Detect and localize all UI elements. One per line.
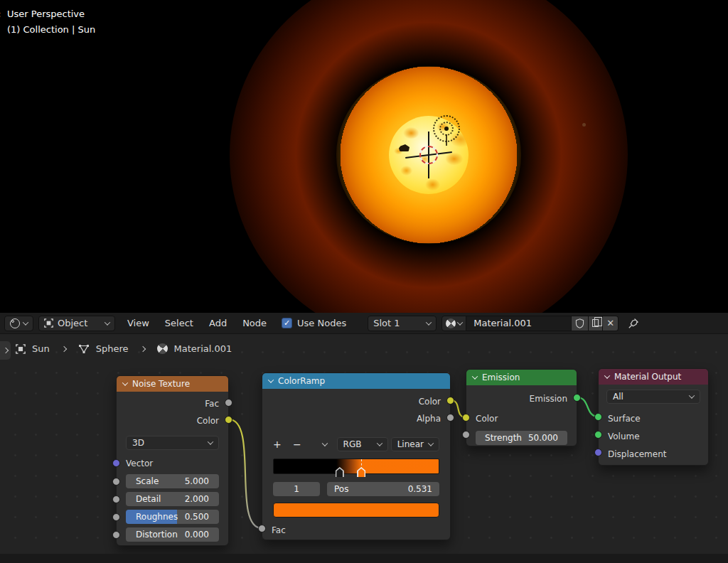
menu-node[interactable]: Node	[235, 318, 274, 328]
ramp-stop-color-swatch[interactable]	[273, 503, 439, 518]
socket-fac-output[interactable]	[225, 399, 232, 407]
pin-button[interactable]	[628, 318, 639, 329]
3d-viewport[interactable]: ‹ User Perspective (1) Collection | Sun	[0, 0, 728, 313]
mesh-data-icon	[78, 344, 90, 354]
menu-view[interactable]: View	[119, 318, 157, 328]
breadcrumb-object[interactable]: Sun	[32, 343, 50, 354]
node-header[interactable]: ColorRamp	[262, 373, 450, 389]
field-value: 0.500	[185, 512, 209, 522]
ramp-interpolation-dropdown[interactable]: Linear	[391, 437, 439, 451]
3d-cursor-red-ring	[419, 146, 438, 164]
collapse-chevron-icon[interactable]	[472, 373, 478, 379]
viewport-collapse-chevron[interactable]: ‹	[0, 9, 1, 20]
noise-roughness-field[interactable]: Roughnes 0.500	[126, 510, 219, 524]
target-value: All	[613, 392, 623, 402]
collapse-chevron-icon[interactable]	[122, 380, 128, 385]
node-emission[interactable]: Emission Emission Color Strength 50.000	[466, 369, 577, 446]
field-value: 50.000	[528, 433, 558, 443]
socket-color-input[interactable]	[462, 414, 470, 422]
input-label-displacement: Displacement	[599, 447, 708, 461]
blender-window: ‹ User Perspective (1) Collection | Sun …	[0, 0, 728, 563]
use-nodes-checkbox[interactable]: ✓	[282, 318, 292, 328]
socket-color-output[interactable]	[225, 416, 232, 424]
ramp-position-field[interactable]: Pos 0.531	[327, 482, 439, 496]
node-title: Material Output	[614, 372, 681, 382]
socket-detail-input[interactable]	[112, 495, 120, 503]
field-value: 5.000	[185, 476, 209, 486]
material-name-field[interactable]: Material.001	[466, 316, 572, 331]
socket-distortion-input[interactable]	[112, 531, 120, 539]
node-editor-canvas[interactable]: Sun Sphere Material.001 Noise Texture Fa…	[0, 334, 728, 563]
viewport-collection-label: (1) Collection | Sun	[7, 24, 95, 35]
node-header[interactable]: Noise Texture	[117, 376, 228, 392]
link-noise-to-ramp	[229, 419, 262, 528]
ramp-specials-dropdown[interactable]	[322, 440, 328, 446]
breadcrumb-mesh[interactable]: Sphere	[96, 343, 129, 354]
color-mode-value: RGB	[343, 439, 362, 449]
socket-surface-input[interactable]	[594, 413, 602, 421]
input-label-vector: Vector	[117, 456, 228, 471]
chevron-right-icon	[60, 345, 66, 351]
new-material-button[interactable]	[589, 316, 603, 331]
interpolation-value: Linear	[397, 439, 424, 449]
socket-volume-input[interactable]	[594, 431, 602, 439]
socket-displacement-input[interactable]	[594, 449, 602, 456]
socket-roughness-input[interactable]	[112, 513, 120, 521]
node-header[interactable]: Emission	[466, 370, 577, 385]
noise-scale-field[interactable]: Scale 5.000	[126, 474, 219, 488]
copy-icon	[592, 319, 599, 327]
material-sphere-icon	[446, 318, 456, 328]
node-title: Noise Texture	[132, 379, 190, 389]
noise-dimensions-dropdown[interactable]: 3D	[126, 436, 219, 450]
color-ramp-gradient[interactable]	[273, 459, 439, 474]
ramp-fields-row: 1 Pos 0.531	[273, 482, 439, 496]
field-value: 2.000	[185, 494, 209, 504]
output-label-emission: Emission	[466, 392, 577, 406]
socket-fac-input[interactable]	[258, 525, 266, 532]
shield-icon	[575, 318, 584, 328]
field-label: Roughnes	[136, 512, 178, 522]
menu-add[interactable]: Add	[201, 318, 235, 328]
material-datablock: Material.001 ✕	[441, 316, 619, 331]
node-noise-texture[interactable]: Noise Texture Fac Color 3D Vector Scale …	[116, 375, 229, 546]
bottom-edge-strip	[0, 554, 728, 563]
output-target-dropdown[interactable]: All	[606, 390, 700, 404]
node-header[interactable]: Material Output	[599, 369, 708, 385]
collapse-chevron-icon[interactable]	[268, 377, 274, 382]
breadcrumb-material[interactable]: Material.001	[174, 343, 232, 354]
chevron-down-icon	[689, 392, 695, 398]
node-material-output[interactable]: Material Output All Surface Volume Displ…	[598, 368, 709, 466]
material-slot-dropdown[interactable]: Slot 1	[368, 316, 437, 331]
output-label-color: Color	[262, 395, 450, 409]
material-browse-dropdown[interactable]	[441, 316, 466, 331]
noise-detail-field[interactable]: Detail 2.000	[126, 492, 219, 506]
output-label-fac: Fac	[117, 397, 228, 411]
socket-vector-input[interactable]	[112, 459, 120, 467]
socket-emission-output[interactable]	[573, 394, 581, 402]
add-stop-button[interactable]: +	[273, 439, 293, 450]
editor-type-dropdown[interactable]	[4, 316, 33, 331]
node-color-ramp[interactable]: ColorRamp Color Alpha + − RGB Linear	[262, 372, 451, 540]
unlink-material-button[interactable]: ✕	[603, 316, 619, 331]
socket-scale-input[interactable]	[112, 478, 120, 486]
shader-editor-header: Object View Select Add Node ✓ Use Nodes …	[0, 313, 728, 334]
ramp-color-mode-dropdown[interactable]: RGB	[337, 437, 388, 451]
ramp-index-field[interactable]: 1	[273, 482, 320, 496]
menu-select[interactable]: Select	[157, 318, 201, 328]
socket-strength-input[interactable]	[462, 431, 470, 439]
node-title: Emission	[482, 372, 520, 382]
remove-stop-button[interactable]: −	[293, 439, 313, 450]
shader-type-dropdown[interactable]: Object	[38, 316, 115, 331]
ramp-stop-handle-1[interactable]	[357, 467, 365, 477]
fake-user-button[interactable]	[572, 316, 589, 331]
noise-distortion-field[interactable]: Distortion 0.000	[126, 527, 219, 542]
field-label: Detail	[136, 494, 161, 504]
collapse-chevron-icon[interactable]	[604, 372, 610, 378]
emission-strength-field[interactable]: Strength 50.000	[476, 431, 567, 445]
field-label: Scale	[136, 476, 159, 486]
socket-color-output[interactable]	[446, 397, 454, 404]
socket-alpha-output[interactable]	[446, 414, 454, 422]
noise-dimensions-value: 3D	[132, 438, 144, 448]
path-bar-collapse-tab[interactable]	[0, 341, 11, 360]
ramp-stop-handle-0[interactable]	[336, 467, 344, 477]
